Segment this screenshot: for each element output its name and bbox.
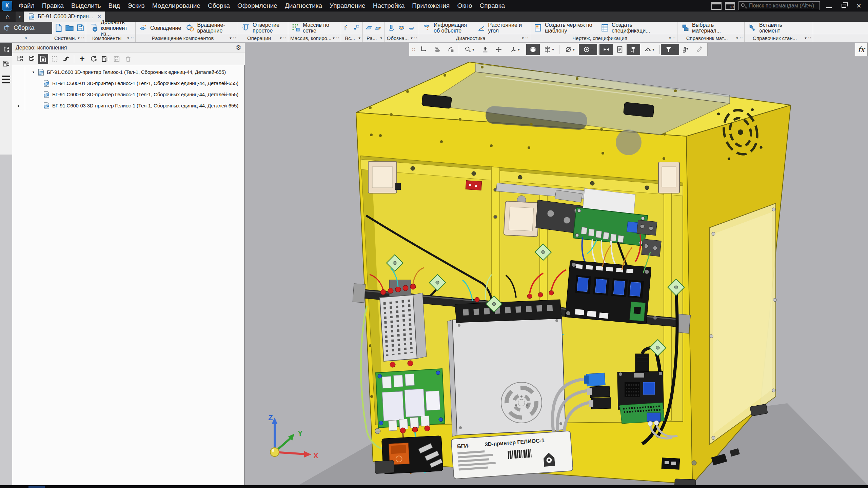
surface-button[interactable] [365, 23, 373, 33]
create-drawing-button[interactable]: Создать чертеж по шаблону [532, 22, 597, 34]
menu-window[interactable]: Окно [453, 0, 476, 12]
drag-dots-icon[interactable]: ∷ [414, 36, 417, 41]
window-layout-icon[interactable] [711, 2, 722, 10]
rotate-component-button[interactable] [444, 44, 458, 55]
tab-document[interactable]: БГ-91.С600 3D-прин... × [24, 12, 105, 22]
aux-point-button[interactable] [352, 23, 361, 33]
drag-dots-icon[interactable]: ∷ [283, 36, 286, 41]
group-footer-surfaces[interactable]: Ра... [365, 35, 378, 41]
group-footer-system[interactable]: Системн... [54, 35, 76, 41]
menu-layout[interactable]: Оформление [234, 0, 281, 12]
3d-model-canvas[interactable]: БГИ- 3D-принтер ГЕЛИОС-1 [245, 43, 868, 485]
menu-diagnostics[interactable]: Диагностика [281, 0, 326, 12]
tree-row-exec-03-current[interactable]: ● БГ-91.С600-03 3D-принтер Гелиос-1 (Тел… [12, 100, 244, 111]
section-surface-button[interactable]: ▾ [640, 44, 658, 55]
drag-dots-icon[interactable]: ∷ [526, 36, 528, 41]
menu-view[interactable]: Вид [105, 0, 124, 12]
wireframe-display-button[interactable]: ▾ [540, 44, 558, 55]
orientation-button[interactable]: ▾ [506, 44, 524, 55]
lifting-objects-button[interactable] [679, 44, 693, 55]
group-footer-material-ref[interactable]: Справочник мат... [679, 35, 734, 41]
drawing-objects-button[interactable] [613, 44, 627, 55]
restore-button[interactable] [838, 1, 850, 10]
caret-down-icon[interactable]: ▾ [411, 36, 413, 40]
viewport[interactable]: БГИ- 3D-принтер ГЕЛИОС-1 [245, 43, 868, 485]
menu-help[interactable]: Справка [476, 0, 509, 12]
group-footer-operations[interactable]: Операции [240, 35, 278, 41]
surface-edit-button[interactable] [374, 23, 382, 33]
aux-axis-button[interactable] [343, 23, 352, 33]
layers-button[interactable] [61, 54, 71, 64]
sketch-corner-button[interactable] [417, 44, 431, 55]
caret-down-icon[interactable]: ▾ [230, 36, 232, 40]
create-spec-button[interactable]: Создать спецификаци... [599, 22, 664, 34]
break-view-button[interactable] [599, 44, 613, 55]
fx-variables-button[interactable]: fx [855, 43, 868, 56]
new-document-button[interactable] [54, 23, 63, 33]
close-button[interactable]: × [853, 1, 865, 10]
minimize-button[interactable] [823, 1, 835, 10]
report-button[interactable] [100, 54, 110, 64]
group-footer-diagnostics[interactable]: Диагностика [421, 35, 520, 41]
gear-icon[interactable]: ⚙ [236, 44, 241, 52]
simple-hole-button[interactable]: Отверстие простое [240, 22, 286, 34]
object-info-button[interactable]: Информация об объекте [421, 22, 474, 34]
drag-dots-icon[interactable]: ∷ [740, 36, 742, 41]
zoom-area-button[interactable]: ▾ [460, 44, 478, 55]
tree-row-exec-01[interactable]: БГ-91.С600-01 3D-принтер Гелиос-1 (Тел-1… [12, 78, 244, 89]
designation-pin-button[interactable] [387, 23, 396, 33]
designation-pad-button[interactable] [407, 23, 417, 33]
caret-down-icon[interactable]: ▾ [358, 36, 360, 40]
grid-array-button[interactable]: Массив по сетке [290, 22, 339, 34]
menu-applications[interactable]: Приложения [408, 0, 453, 12]
tree-row-root[interactable]: ▾ БГ-91.С600 3D-принтер Гелиос-1 (Тел-1,… [12, 66, 244, 78]
delete-execution-button[interactable] [123, 54, 133, 64]
caret-down-icon[interactable]: ▾ [333, 36, 335, 40]
drag-dots-icon[interactable]: ∷ [131, 36, 133, 41]
group-footer-placement[interactable]: Размещение компонентов [138, 35, 228, 41]
drag-dots-icon[interactable]: ∷ [673, 36, 675, 41]
add-component-button[interactable]: Добавить компонент из... [88, 22, 133, 34]
caret-down-icon[interactable]: ▾ [127, 36, 129, 40]
hide-in-windows-button[interactable]: ▾ [579, 44, 597, 55]
caret-down-icon[interactable]: ▾ [522, 36, 524, 40]
update-executions-button[interactable] [88, 54, 99, 64]
filter-objects-button[interactable]: ▾ [661, 44, 679, 55]
tree-item-label[interactable]: БГ-91.С600-01 3D-принтер Гелиос-1 (Тел-1… [52, 80, 238, 86]
menu-assembly[interactable]: Сборка [204, 0, 234, 12]
drag-dots-icon[interactable]: ∷ [336, 36, 339, 41]
menu-modeling[interactable]: Моделирование [149, 0, 204, 12]
designation-ring-button[interactable] [397, 23, 406, 33]
move-view-button[interactable] [492, 44, 506, 55]
tree-numbered-button[interactable] [15, 54, 25, 64]
caret-down-icon[interactable]: ▾ [280, 36, 282, 40]
caret-down-icon[interactable]: ▾ [736, 36, 738, 40]
eyedropper-button[interactable] [693, 44, 706, 55]
rotation-rotation-button[interactable]: Вращение-вращение [184, 22, 236, 34]
drag-dots-icon[interactable]: ∷ [808, 36, 811, 41]
group-footer-drawing-spec[interactable]: Чертеж, спецификация [532, 35, 667, 41]
choose-material-button[interactable]: Выбрать материал... [679, 22, 737, 34]
move-component-button[interactable] [431, 44, 444, 55]
add-execution-button[interactable]: + [77, 54, 87, 64]
home-button[interactable]: ⌂ [0, 12, 16, 22]
parameters-panel-tab[interactable] [0, 57, 12, 70]
ribbon-collapse-chevron[interactable]: » [0, 34, 52, 42]
tree-structure-button[interactable] [26, 54, 37, 64]
tree-item-label[interactable]: БГ-91.С600 3D-принтер Гелиос-1 (Тел-1, С… [47, 69, 226, 75]
shaded-display-button[interactable] [526, 44, 540, 55]
zoom-in-button[interactable] [478, 44, 492, 55]
kompas-logo-icon[interactable]: К [2, 1, 12, 11]
tree-row-exec-02[interactable]: БГ-91.С600-02 3D-принтер Гелиос-1 (Тел-1… [12, 89, 244, 100]
menu-select[interactable]: Выделить [67, 0, 105, 12]
hide-objects-button[interactable]: ▾ [560, 44, 579, 55]
group-footer-auxiliary[interactable]: Вс... [343, 35, 357, 41]
panel-menu-button[interactable] [0, 73, 12, 86]
caret-down-icon[interactable]: ▾ [380, 36, 382, 40]
group-footer-standard-ref[interactable]: Справочник стан... [747, 35, 803, 41]
tree-item-label[interactable]: БГ-91.С600-02 3D-принтер Гелиос-1 (Тел-1… [52, 92, 238, 97]
drag-handle-icon[interactable]: ∷ [410, 47, 417, 52]
menu-settings[interactable]: Настройка [369, 0, 409, 12]
command-search-input[interactable] [738, 1, 820, 10]
menu-management[interactable]: Управление [326, 0, 369, 12]
